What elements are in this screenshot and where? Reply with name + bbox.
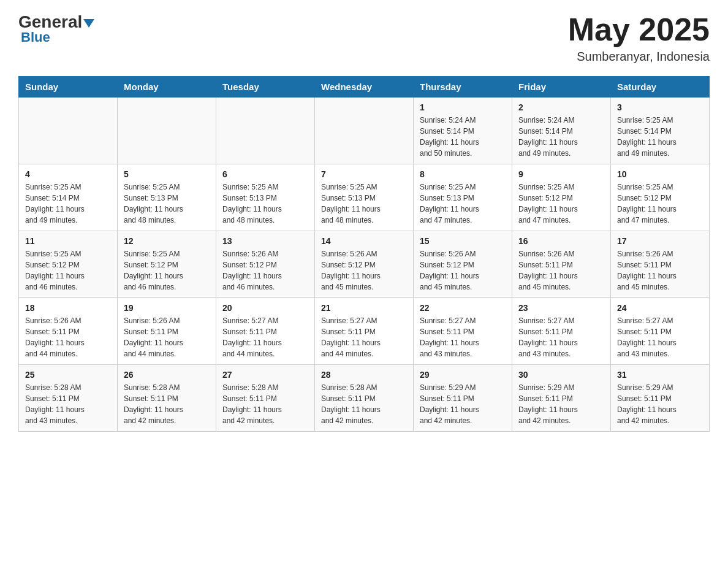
day-number: 12 [124, 236, 210, 246]
table-row: 10Sunrise: 5:25 AMSunset: 5:12 PMDayligh… [611, 164, 710, 231]
table-row: 27Sunrise: 5:28 AMSunset: 5:11 PMDayligh… [216, 365, 315, 432]
logo-blue-text: Blue [21, 29, 50, 45]
logo-triangle-icon [83, 19, 94, 28]
sun-info: Sunrise: 5:27 AMSunset: 5:11 PMDaylight:… [321, 315, 407, 359]
location-subtitle: Sumberanyar, Indonesia [568, 50, 710, 64]
table-row: 16Sunrise: 5:26 AMSunset: 5:11 PMDayligh… [512, 231, 611, 298]
day-number: 29 [420, 370, 506, 380]
col-monday: Monday [118, 77, 216, 98]
table-row: 9Sunrise: 5:25 AMSunset: 5:12 PMDaylight… [512, 164, 611, 231]
sun-info: Sunrise: 5:27 AMSunset: 5:11 PMDaylight:… [222, 315, 308, 359]
table-row: 18Sunrise: 5:26 AMSunset: 5:11 PMDayligh… [19, 298, 118, 365]
calendar-week-row: 4Sunrise: 5:25 AMSunset: 5:14 PMDaylight… [19, 164, 710, 231]
table-row: 2Sunrise: 5:24 AMSunset: 5:14 PMDaylight… [512, 98, 611, 164]
table-row: 3Sunrise: 5:25 AMSunset: 5:14 PMDaylight… [611, 98, 710, 164]
calendar-table: Sunday Monday Tuesday Wednesday Thursday… [18, 76, 710, 432]
sun-info: Sunrise: 5:24 AMSunset: 5:14 PMDaylight:… [518, 115, 604, 159]
table-row: 25Sunrise: 5:28 AMSunset: 5:11 PMDayligh… [19, 365, 118, 432]
table-row [315, 98, 414, 164]
table-row: 20Sunrise: 5:27 AMSunset: 5:11 PMDayligh… [216, 298, 315, 365]
sun-info: Sunrise: 5:27 AMSunset: 5:11 PMDaylight:… [420, 315, 506, 359]
table-row: 5Sunrise: 5:25 AMSunset: 5:13 PMDaylight… [118, 164, 216, 231]
sun-info: Sunrise: 5:25 AMSunset: 5:13 PMDaylight:… [420, 182, 506, 226]
sun-info: Sunrise: 5:29 AMSunset: 5:11 PMDaylight:… [617, 382, 703, 426]
calendar-week-row: 25Sunrise: 5:28 AMSunset: 5:11 PMDayligh… [19, 365, 710, 432]
day-number: 4 [25, 169, 111, 179]
col-thursday: Thursday [414, 77, 512, 98]
sun-info: Sunrise: 5:27 AMSunset: 5:11 PMDaylight:… [518, 315, 604, 359]
col-friday: Friday [512, 77, 611, 98]
table-row: 28Sunrise: 5:28 AMSunset: 5:11 PMDayligh… [315, 365, 414, 432]
sun-info: Sunrise: 5:28 AMSunset: 5:11 PMDaylight:… [222, 382, 308, 426]
day-number: 1 [420, 102, 506, 112]
sun-info: Sunrise: 5:25 AMSunset: 5:14 PMDaylight:… [25, 182, 111, 226]
table-row: 11Sunrise: 5:25 AMSunset: 5:12 PMDayligh… [19, 231, 118, 298]
day-number: 6 [222, 169, 308, 179]
sun-info: Sunrise: 5:28 AMSunset: 5:11 PMDaylight:… [321, 382, 407, 426]
sun-info: Sunrise: 5:29 AMSunset: 5:11 PMDaylight:… [518, 382, 604, 426]
sun-info: Sunrise: 5:29 AMSunset: 5:11 PMDaylight:… [420, 382, 506, 426]
day-number: 5 [124, 169, 210, 179]
table-row: 19Sunrise: 5:26 AMSunset: 5:11 PMDayligh… [118, 298, 216, 365]
day-number: 7 [321, 169, 407, 179]
table-row: 30Sunrise: 5:29 AMSunset: 5:11 PMDayligh… [512, 365, 611, 432]
sun-info: Sunrise: 5:26 AMSunset: 5:11 PMDaylight:… [124, 315, 210, 359]
day-number: 30 [518, 370, 604, 380]
sun-info: Sunrise: 5:25 AMSunset: 5:12 PMDaylight:… [124, 248, 210, 293]
table-row: 23Sunrise: 5:27 AMSunset: 5:11 PMDayligh… [512, 298, 611, 365]
day-number: 31 [617, 370, 703, 380]
table-row: 4Sunrise: 5:25 AMSunset: 5:14 PMDaylight… [19, 164, 118, 231]
day-number: 16 [518, 236, 604, 246]
table-row: 31Sunrise: 5:29 AMSunset: 5:11 PMDayligh… [611, 365, 710, 432]
col-sunday: Sunday [19, 77, 118, 98]
day-number: 13 [222, 236, 308, 246]
day-number: 19 [124, 303, 210, 313]
table-row [118, 98, 216, 164]
sun-info: Sunrise: 5:25 AMSunset: 5:13 PMDaylight:… [222, 182, 308, 226]
day-number: 23 [518, 303, 604, 313]
table-row: 12Sunrise: 5:25 AMSunset: 5:12 PMDayligh… [118, 231, 216, 298]
sun-info: Sunrise: 5:28 AMSunset: 5:11 PMDaylight:… [25, 382, 111, 426]
sun-info: Sunrise: 5:26 AMSunset: 5:11 PMDaylight:… [518, 248, 604, 293]
day-number: 27 [222, 370, 308, 380]
title-block: May 2025 Sumberanyar, Indonesia [568, 12, 710, 64]
sun-info: Sunrise: 5:24 AMSunset: 5:14 PMDaylight:… [420, 115, 506, 159]
table-row: 14Sunrise: 5:26 AMSunset: 5:12 PMDayligh… [315, 231, 414, 298]
sun-info: Sunrise: 5:25 AMSunset: 5:12 PMDaylight:… [25, 248, 111, 293]
day-number: 17 [617, 236, 703, 246]
month-year-title: May 2025 [568, 12, 710, 47]
table-row: 29Sunrise: 5:29 AMSunset: 5:11 PMDayligh… [414, 365, 512, 432]
sun-info: Sunrise: 5:26 AMSunset: 5:12 PMDaylight:… [420, 248, 506, 293]
col-tuesday: Tuesday [216, 77, 315, 98]
day-number: 20 [222, 303, 308, 313]
sun-info: Sunrise: 5:25 AMSunset: 5:12 PMDaylight:… [617, 182, 703, 226]
sun-info: Sunrise: 5:25 AMSunset: 5:14 PMDaylight:… [617, 115, 703, 159]
day-number: 9 [518, 169, 604, 179]
day-number: 26 [124, 370, 210, 380]
sun-info: Sunrise: 5:27 AMSunset: 5:11 PMDaylight:… [617, 315, 703, 359]
day-number: 21 [321, 303, 407, 313]
calendar-header-row: Sunday Monday Tuesday Wednesday Thursday… [19, 77, 710, 98]
day-number: 14 [321, 236, 407, 246]
day-number: 25 [25, 370, 111, 380]
sun-info: Sunrise: 5:28 AMSunset: 5:11 PMDaylight:… [124, 382, 210, 426]
sun-info: Sunrise: 5:26 AMSunset: 5:12 PMDaylight:… [321, 248, 407, 293]
sun-info: Sunrise: 5:25 AMSunset: 5:12 PMDaylight:… [518, 182, 604, 226]
day-number: 11 [25, 236, 111, 246]
table-row: 22Sunrise: 5:27 AMSunset: 5:11 PMDayligh… [414, 298, 512, 365]
sun-info: Sunrise: 5:25 AMSunset: 5:13 PMDaylight:… [321, 182, 407, 226]
sun-info: Sunrise: 5:26 AMSunset: 5:11 PMDaylight:… [25, 315, 111, 359]
page-header: General Blue May 2025 Sumberanyar, Indon… [18, 12, 710, 64]
day-number: 28 [321, 370, 407, 380]
day-number: 10 [617, 169, 703, 179]
day-number: 18 [25, 303, 111, 313]
day-number: 15 [420, 236, 506, 246]
day-number: 24 [617, 303, 703, 313]
calendar-week-row: 11Sunrise: 5:25 AMSunset: 5:12 PMDayligh… [19, 231, 710, 298]
table-row: 17Sunrise: 5:26 AMSunset: 5:11 PMDayligh… [611, 231, 710, 298]
col-wednesday: Wednesday [315, 77, 414, 98]
table-row: 1Sunrise: 5:24 AMSunset: 5:14 PMDaylight… [414, 98, 512, 164]
table-row [216, 98, 315, 164]
table-row: 26Sunrise: 5:28 AMSunset: 5:11 PMDayligh… [118, 365, 216, 432]
calendar-week-row: 18Sunrise: 5:26 AMSunset: 5:11 PMDayligh… [19, 298, 710, 365]
